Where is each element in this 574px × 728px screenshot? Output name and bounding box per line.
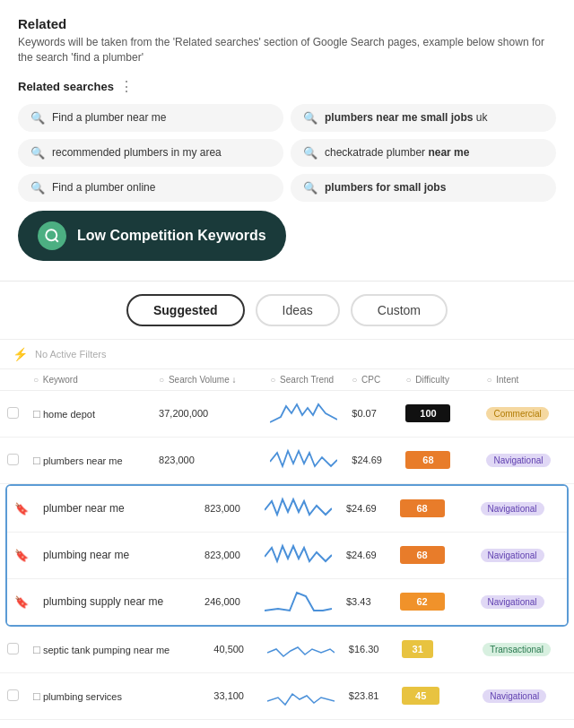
volume-cell: 40,500 [206, 627, 259, 673]
keyword-text: plumbing near me [43, 549, 129, 561]
volume-cell: 33,100 [206, 672, 259, 719]
table-row: □ plumbing services 33,100 $23.81 45 [0, 672, 574, 719]
col-cpc[interactable]: ○ CPC [344, 369, 398, 391]
search-icon: 🔍 [30, 146, 45, 160]
col-difficulty[interactable]: ○ Difficulty [398, 369, 479, 391]
main-container: Related Keywords will be taken from the … [0, 0, 574, 728]
keyword-cell: □ septic tank cleaning [26, 719, 206, 728]
related-searches-header: Related searches ⋮ [18, 78, 556, 95]
bookmark-icon[interactable]: □ [33, 689, 40, 703]
filter-icon[interactable]: ⚡ [13, 347, 28, 361]
row-checkbox[interactable] [7, 454, 19, 465]
col-intent[interactable]: ○ Intent [479, 369, 574, 391]
checkbox-cell[interactable] [0, 390, 26, 437]
table-header-row: ○ Keyword ○ Search Volume ↓ ○ Search Tre… [0, 369, 574, 391]
checkbox-cell[interactable] [0, 437, 26, 483]
bookmark-icon[interactable]: □ [33, 407, 40, 420]
related-section: Related Keywords will be taken from the … [0, 0, 574, 282]
search-banner-icon [38, 221, 66, 250]
volume-cell: 246,000 [197, 578, 257, 625]
search-item[interactable]: 🔍 plumbers near me small jobs uk [291, 104, 556, 132]
table-row: 🔖 plumbing supply near me 246,000 $3.43 [7, 578, 567, 625]
keyword-cell: □ home depot [26, 390, 152, 437]
table-row: □ septic tank cleaning 27,100 $13.08 47 [0, 719, 574, 728]
search-item[interactable]: 🔍 checkatrade plumber near me [291, 139, 556, 167]
search-item[interactable]: 🔍 Find a plumber online [18, 174, 283, 202]
intent-badge: Navigational [486, 454, 550, 467]
search-item-text: recommended plumbers in my area [52, 146, 222, 159]
volume-cell: 823,000 [197, 532, 257, 578]
keyword-text: plumbing supply near me [43, 595, 163, 608]
intent-cell: Navigational [474, 532, 567, 578]
row-checkbox[interactable] [7, 643, 19, 654]
trend-cell [263, 437, 344, 483]
checkbox-cell[interactable]: 🔖 [7, 486, 36, 533]
row-checkbox[interactable] [7, 407, 19, 419]
search-icon: 🔍 [303, 181, 317, 195]
cpc-cell: $3.43 [339, 578, 393, 625]
search-item[interactable]: 🔍 Find a plumber near me [18, 104, 283, 132]
col-checkbox [0, 369, 26, 391]
keyword-cell: plumber near me [36, 486, 197, 533]
intent-badge: Navigational [481, 502, 544, 516]
intent-cell: Commercial [475, 719, 574, 728]
bookmark-icon[interactable]: 🔖 [14, 502, 29, 516]
bookmark-icon[interactable]: □ [33, 643, 40, 656]
col-volume[interactable]: ○ Search Volume ↓ [152, 369, 263, 391]
diff-bar-container: 31 [402, 640, 468, 658]
trend-cell [263, 390, 344, 437]
trend-col-icon: ○ [270, 375, 275, 385]
keyword-cell: plumbing supply near me [36, 578, 197, 625]
col-trend[interactable]: ○ Search Trend [263, 369, 344, 391]
intent-cell: Navigational [474, 486, 567, 533]
difficulty-cell: 62 [393, 578, 474, 625]
tab-ideas[interactable]: Ideas [256, 294, 340, 326]
keyword-text: plumbers near me [43, 455, 123, 466]
search-item[interactable]: 🔍 plumbers for small jobs [291, 174, 556, 202]
intent-badge: Navigational [481, 595, 544, 609]
trend-chart [265, 492, 332, 524]
intent-badge: Navigational [483, 689, 546, 703]
volume-cell: 823,000 [197, 486, 257, 533]
trend-chart [270, 444, 337, 475]
difficulty-bar: 68 [405, 451, 450, 469]
bookmark-icon[interactable]: 🔖 [14, 595, 29, 609]
trend-cell [260, 672, 342, 719]
checkbox-cell[interactable] [0, 627, 26, 673]
bookmark-icon[interactable]: □ [33, 454, 40, 467]
tab-custom[interactable]: Custom [351, 294, 448, 326]
intent-cell: Navigational [474, 578, 567, 625]
menu-dots-icon[interactable]: ⋮ [119, 78, 134, 95]
low-competition-banner[interactable]: Low Competition Keywords [18, 211, 286, 261]
trend-chart [265, 585, 332, 617]
checkbox-cell[interactable]: 🔖 [7, 532, 36, 578]
intent-badge: Commercial [486, 407, 548, 420]
svg-point-0 [46, 230, 57, 240]
difficulty-cell: 68 [398, 437, 479, 483]
difficulty-bar: 45 [402, 687, 439, 705]
keyword-cell: plumbing near me [36, 532, 197, 578]
table-row: □ home depot 37,200,000 $0.07 100 [0, 390, 574, 437]
cpc-cell: $0.07 [344, 390, 398, 437]
intent-cell: Commercial [479, 390, 574, 437]
search-item[interactable]: 🔍 recommended plumbers in my area [18, 139, 283, 167]
col-keyword[interactable]: ○ Keyword [26, 369, 152, 391]
searches-grid: 🔍 Find a plumber near me 🔍 plumbers near… [18, 104, 556, 202]
checkbox-cell[interactable]: 🔖 [7, 578, 36, 625]
tab-suggested[interactable]: Suggested [126, 294, 245, 326]
volume-col-icon: ○ [159, 375, 164, 385]
difficulty-bar: 68 [400, 546, 445, 564]
trend-chart [267, 633, 335, 664]
trend-cell [257, 486, 339, 533]
trend-chart [265, 539, 332, 570]
filter-label: No Active Filters [35, 349, 106, 360]
volume-cell: 823,000 [152, 437, 263, 483]
highlighted-table: 🔖 plumber near me 823,000 $24.69 [7, 486, 567, 625]
checkbox-cell[interactable] [0, 672, 26, 719]
keyword-text: septic tank pumping near me [43, 645, 170, 655]
search-item-text: Find a plumber online [52, 181, 155, 194]
difficulty-cell: 68 [393, 486, 474, 533]
bookmark-icon[interactable]: 🔖 [14, 549, 29, 562]
checkbox-cell[interactable] [0, 719, 26, 728]
row-checkbox[interactable] [7, 689, 19, 701]
